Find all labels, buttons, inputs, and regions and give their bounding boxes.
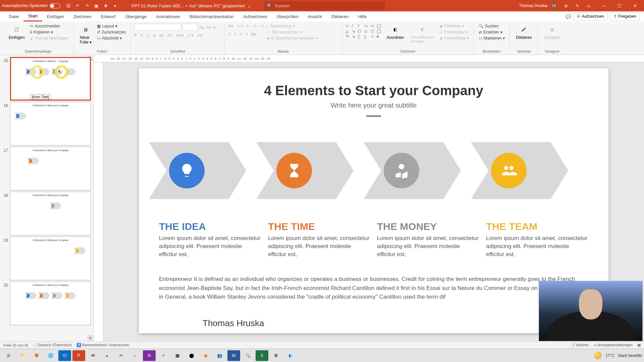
tab-diktieren[interactable]: Diktieren bbox=[327, 12, 353, 21]
slide-thumbnail[interactable]: 4 Elements to Start your Company bbox=[10, 237, 91, 280]
text-direction-button[interactable]: ↕ Textrichtung ▾ bbox=[265, 23, 319, 29]
notes-button[interactable]: 📝 Notizen bbox=[571, 343, 589, 347]
vlc-icon[interactable]: ▲ bbox=[101, 350, 113, 361]
author-name[interactable]: Thomas Hruska bbox=[203, 318, 588, 328]
bold-icon[interactable]: F bbox=[134, 33, 137, 38]
new-slide-button[interactable]: ▤ NeueFolie ▾ bbox=[77, 23, 94, 46]
toggle-off-icon[interactable] bbox=[50, 3, 60, 8]
close-button[interactable]: ✕ bbox=[628, 1, 642, 10]
shape-outline-button[interactable]: ◇ Formkontur ▾ bbox=[438, 29, 470, 35]
column-time[interactable]: THE TIME Lorem ipsum dolor sit amet, con… bbox=[268, 221, 370, 258]
qat-dropdown-icon[interactable]: ▾ bbox=[112, 3, 118, 9]
word-icon[interactable]: W bbox=[227, 350, 240, 361]
shapes-gallery[interactable]: ▭//▭▭◯ △↘⬡◇⬠◯ ↷↘{}☆▾ bbox=[345, 23, 382, 39]
outlook-icon[interactable]: O bbox=[58, 350, 71, 361]
search-input[interactable] bbox=[275, 3, 382, 8]
language-label[interactable]: ⬚ Deutsch (Österreich) bbox=[33, 343, 72, 347]
record-button[interactable]: ⦿Aufzeichnen bbox=[573, 12, 608, 20]
spacing-icon[interactable]: AV bbox=[167, 33, 173, 38]
align-center-icon[interactable]: ≡ bbox=[234, 32, 236, 37]
slide-thumb-19[interactable]: 19 4 Elements to Start your Company bbox=[0, 236, 94, 281]
scroll-down-icon[interactable]: ▾ bbox=[88, 335, 93, 341]
slide-thumbnail[interactable]: 4 Elements to Start your Company bbox=[10, 147, 91, 190]
snipping-icon[interactable]: ✂ bbox=[115, 350, 127, 361]
undo-icon[interactable]: ↶ bbox=[74, 3, 80, 9]
arrange-button[interactable]: ◧ Anordnen bbox=[384, 23, 407, 41]
justify-icon[interactable]: ≡ bbox=[245, 32, 248, 37]
thunderbird-icon[interactable]: ✉ bbox=[87, 350, 99, 361]
numbering-icon[interactable]: ⒈▾ bbox=[237, 23, 243, 29]
horizontal-ruler[interactable]: 16 · 15 · 14 · 13 · 12 · 11 · 10 · 9 · 8… bbox=[94, 55, 644, 62]
teams-icon[interactable]: 👥 bbox=[213, 350, 226, 361]
autosave-toggle[interactable]: Automatisches Speichern bbox=[2, 3, 60, 8]
share-button[interactable]: ⇪Freigeben bbox=[610, 12, 640, 20]
tab-entwurf[interactable]: Entwurf bbox=[96, 12, 120, 21]
align-right-icon[interactable]: ≡ bbox=[239, 32, 242, 37]
edge-icon[interactable]: ◐ bbox=[284, 350, 297, 361]
tab-start[interactable]: Start bbox=[23, 11, 42, 21]
font-color-icon[interactable]: A▾ bbox=[197, 33, 203, 38]
save-icon[interactable]: 🖫 bbox=[65, 3, 71, 9]
decrease-font-icon[interactable]: A▾ bbox=[206, 25, 211, 30]
column-idea[interactable]: THE IDEA Lorem ipsum dolor sit amet, con… bbox=[159, 221, 261, 258]
slide-thumbnail[interactable]: 4 Elements to Start yo... Company ↖ [Kei… bbox=[10, 57, 91, 101]
onenote-icon[interactable]: N bbox=[143, 350, 156, 361]
strikethrough-icon[interactable]: S̶ bbox=[153, 33, 156, 38]
slide-canvas[interactable]: 4 Elements to Start your Company Write h… bbox=[139, 68, 608, 333]
touch-mode-icon[interactable]: ✥ bbox=[103, 3, 109, 9]
minimize-button[interactable]: — bbox=[597, 1, 611, 10]
app-icon[interactable]: ▦ bbox=[171, 350, 184, 361]
find-button[interactable]: 🔍 Suchen bbox=[477, 23, 506, 29]
outdent-icon[interactable]: ⇤ bbox=[246, 23, 250, 29]
ribbon-display-icon[interactable]: ▭ bbox=[586, 3, 592, 9]
entrepreneur-paragraph[interactable]: Entrepreneur It is defined as an individ… bbox=[159, 275, 588, 301]
slide-thumbnail-panel[interactable]: ▴ 15 4 Elements to Start yo... Company ↖… bbox=[0, 55, 94, 341]
app3-icon[interactable]: 🔍 bbox=[241, 350, 254, 361]
slide-subtitle[interactable]: Write here your great subtitle bbox=[159, 102, 588, 109]
slide-thumb-15[interactable]: 15 4 Elements to Start yo... Company ↖ [… bbox=[0, 56, 94, 101]
slide-thumb-18[interactable]: 18 4 Elements to Start your Company bbox=[0, 191, 94, 236]
tab-ueberpruefen[interactable]: Überprüfen bbox=[272, 12, 303, 21]
chevron-down-icon[interactable]: ⌄ bbox=[247, 3, 251, 8]
shadow-icon[interactable]: ab bbox=[159, 33, 164, 38]
slide-thumbnail[interactable]: 4 Elements to Start your Company bbox=[10, 102, 91, 145]
maximize-button[interactable]: ☐ bbox=[612, 1, 627, 10]
vertical-ruler[interactable] bbox=[94, 62, 103, 341]
tab-einfuegen[interactable]: Einfügen bbox=[42, 12, 69, 21]
slide-thumb-17[interactable]: 17 4 Elements to Start your Company bbox=[0, 146, 94, 191]
weather-temp[interactable]: 17°C bbox=[605, 353, 614, 358]
increase-font-icon[interactable]: A▴ bbox=[199, 25, 205, 30]
weather-icon[interactable] bbox=[594, 352, 602, 360]
column-money[interactable]: THE MONEY Lorem ipsum dolor sit amet, co… bbox=[377, 221, 479, 258]
bullets-icon[interactable]: ≣▾ bbox=[228, 23, 233, 29]
normal-view-icon[interactable]: ▦ bbox=[637, 343, 641, 347]
font-size-select[interactable] bbox=[182, 23, 198, 31]
file-explorer-icon[interactable]: 📁 bbox=[16, 350, 29, 361]
search-box[interactable]: 🔍 bbox=[264, 1, 385, 10]
powerpoint-icon[interactable]: P bbox=[72, 350, 85, 361]
font-family-select[interactable] bbox=[134, 23, 181, 31]
underline-icon[interactable]: U bbox=[147, 33, 150, 38]
italic-icon[interactable]: K bbox=[140, 33, 143, 38]
firefox-icon[interactable]: 🦊 bbox=[30, 350, 43, 361]
slide-count-label[interactable]: Folie 20 von 41 bbox=[3, 343, 29, 347]
from-beginning-icon[interactable]: ▣ bbox=[93, 3, 99, 9]
chrome-icon[interactable]: 🌐 bbox=[44, 350, 57, 361]
start-button[interactable]: ⊞ bbox=[2, 350, 15, 361]
designer-button[interactable]: ▦ Designer bbox=[542, 23, 563, 41]
layout-button[interactable]: ▦ Layout ▾ bbox=[96, 23, 127, 29]
smartart-button[interactable]: ◈ In SmartArt konvertieren ▾ bbox=[265, 36, 319, 41]
shape-effects-button[interactable]: ◈ Formeffekte ▾ bbox=[438, 36, 470, 41]
document-title[interactable]: PPT 01 Roter Faden 005... • Auf "diesem … bbox=[131, 3, 251, 8]
slide-thumb-16[interactable]: 16 4 Elements to Start your Company bbox=[0, 101, 94, 146]
money-circle[interactable] bbox=[384, 153, 419, 188]
tab-ansicht[interactable]: Ansicht bbox=[303, 12, 327, 21]
slide-thumbnail[interactable]: 4 Elements to Start your Company bbox=[10, 192, 91, 235]
tab-datei[interactable]: Datei bbox=[4, 12, 23, 21]
column-team[interactable]: THE TEAM Lorem ipsum dolor sit amet, con… bbox=[486, 221, 588, 258]
paste-button[interactable]: 📋 Einfügen bbox=[6, 23, 27, 41]
todoist-icon[interactable]: ✓ bbox=[129, 350, 142, 361]
reset-button[interactable]: ↺ Zurücksetzen bbox=[96, 29, 127, 35]
clear-formatting-icon[interactable]: Aₓ bbox=[213, 25, 218, 30]
format-painter-button[interactable]: 🖌 Format übertragen bbox=[29, 36, 70, 41]
